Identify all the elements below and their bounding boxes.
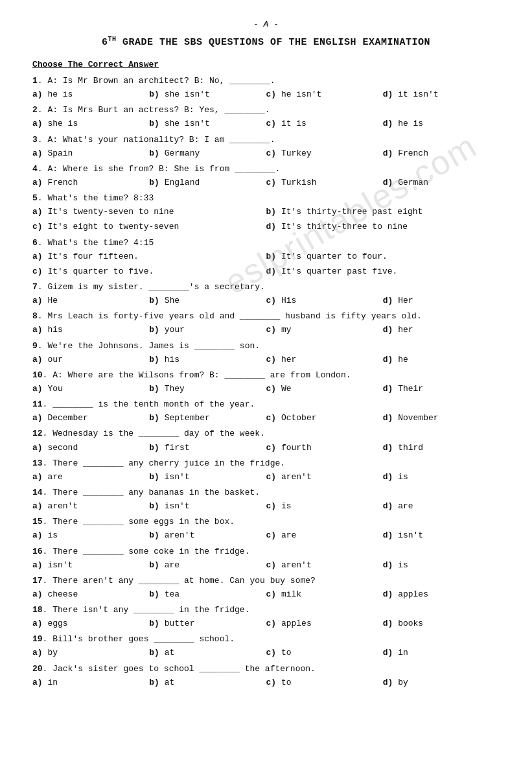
answer-row-11: a) Decemberb) Septemberc) Octoberd) Nove… (32, 412, 500, 425)
section-heading: Choose The Correct Answer (32, 60, 500, 69)
answer-12-b: b) first (149, 442, 266, 455)
answer-row-3: a) Spainb) Germanyc) Turkeyd) French (32, 147, 500, 160)
answer-14-b: b) isn't (149, 500, 266, 513)
question-2: 2. A: Is Mrs Burt an actress? B: Yes, __… (32, 104, 500, 130)
answer-row-16: a) isn'tb) arec) aren'td) is (32, 559, 500, 572)
answer-12-c: c) fourth (266, 442, 383, 455)
question-18: 18. There isn't any ________ in the frid… (32, 604, 500, 630)
answer-5-d: d) It's thirty-three to nine (266, 220, 500, 233)
answer-3-a: a) Spain (32, 147, 149, 160)
question-15: 15. There ________ some eggs in the box.… (32, 515, 500, 542)
answer-5-b: b) It's thirty-three past eight (266, 206, 500, 219)
answer-18-a: a) eggs (32, 617, 149, 630)
answer-8-c: c) my (266, 324, 383, 337)
answer-13-a: a) are (32, 471, 149, 484)
question-stem-9: 9. We're the Johnsons. James is ________… (32, 340, 500, 353)
answer-6-c: c) It's quarter to five. (32, 265, 266, 278)
answer-1-a: a) he is (32, 88, 149, 101)
answer-11-c: c) October (266, 412, 383, 425)
question-stem-6: 6. What's the time? 4:15 (32, 237, 500, 250)
answer-3-d: d) French (383, 147, 500, 160)
answer-7-b: b) She (149, 294, 266, 307)
question-9: 9. We're the Johnsons. James is ________… (32, 340, 500, 366)
answer-16-d: d) is (383, 559, 500, 572)
question-stem-7: 7. Gizem is my sister. ________'s a secr… (32, 281, 500, 294)
answer-18-b: b) butter (149, 617, 266, 630)
answer-row-5-2: c) It's eight to twenty-sevend) It's thi… (32, 220, 500, 233)
answer-2-c: c) it is (266, 117, 383, 130)
answer-12-d: d) third (383, 442, 500, 455)
question-5: 5. What's the time? 8:33a) It's twenty-s… (32, 192, 500, 233)
answer-10-a: a) You (32, 383, 149, 396)
answer-19-a: a) by (32, 646, 149, 659)
answer-row-4: a) Frenchb) Englandc) Turkishd) German (32, 176, 500, 189)
answer-row-17: a) cheeseb) teac) milkd) apples (32, 588, 500, 601)
question-1: 1. A: Is Mr Brown an architect? B: No, _… (32, 75, 500, 101)
answer-row-20: a) inb) atc) tod) by (32, 676, 500, 689)
answer-row-19: a) byb) atc) tod) in (32, 646, 500, 659)
answer-row-2: a) she isb) she isn'tc) it isd) he is (32, 117, 500, 130)
answer-7-c: c) His (266, 294, 383, 307)
answer-2-a: a) she is (32, 117, 149, 130)
answer-row-6-1: a) It's four fifteen.b) It's quarter to … (32, 250, 500, 263)
answer-11-d: d) November (383, 412, 500, 425)
answer-11-a: a) December (32, 412, 149, 425)
answer-10-b: b) They (149, 383, 266, 396)
question-13: 13. There ________ any cherry juice in t… (32, 457, 500, 484)
answer-15-a: a) is (32, 529, 149, 542)
answer-2-d: d) he is (383, 117, 500, 130)
answer-row-1: a) he isb) she isn'tc) he isn'td) it isn… (32, 88, 500, 101)
answer-20-b: b) at (149, 676, 266, 689)
question-14: 14. There ________ any bananas in the ba… (32, 486, 500, 513)
answer-6-b: b) It's quarter to four. (266, 250, 500, 263)
answer-8-d: d) her (383, 324, 500, 337)
question-stem-20: 20. Jack's sister goes to school _______… (32, 663, 500, 676)
answer-20-a: a) in (32, 676, 149, 689)
answer-4-d: d) German (383, 176, 500, 189)
answer-row-7: a) Heb) Shec) Hisd) Her (32, 294, 500, 307)
question-stem-4: 4. A: Where is she from? B: She is from … (32, 163, 500, 176)
question-4: 4. A: Where is she from? B: She is from … (32, 163, 500, 189)
answer-5-a: a) It's twenty-seven to nine (32, 206, 266, 219)
answer-15-d: d) isn't (383, 529, 500, 542)
question-stem-19: 19. Bill's brother goes ________ school. (32, 633, 500, 646)
answer-6-d: d) It's quarter past five. (266, 265, 500, 278)
question-11: 11. ________ is the tenth month of the y… (32, 398, 500, 425)
answer-9-d: d) he (383, 353, 500, 366)
answer-13-d: d) is (383, 471, 500, 484)
page-title: 6TH GRADE THE SBS QUESTIONS OF THE ENGLI… (32, 36, 500, 48)
answer-10-c: c) We (266, 383, 383, 396)
answer-9-a: a) our (32, 353, 149, 366)
answer-7-d: d) Her (383, 294, 500, 307)
question-stem-13: 13. There ________ any cherry juice in t… (32, 457, 500, 470)
answer-14-a: a) aren't (32, 500, 149, 513)
answer-17-a: a) cheese (32, 588, 149, 601)
question-10: 10. A: Where are the Wilsons from? B: __… (32, 369, 500, 396)
answer-8-b: b) your (149, 324, 266, 337)
question-16: 16. There ________ some coke in the frid… (32, 545, 500, 572)
answer-17-d: d) apples (383, 588, 500, 601)
question-stem-14: 14. There ________ any bananas in the ba… (32, 486, 500, 499)
answer-9-b: b) his (149, 353, 266, 366)
answer-20-c: c) to (266, 676, 383, 689)
answer-4-c: c) Turkish (266, 176, 383, 189)
answer-row-13: a) areb) isn'tc) aren'td) is (32, 471, 500, 484)
answer-8-a: a) his (32, 324, 149, 337)
question-12: 12. Wednesday is the ________ day of the… (32, 427, 500, 454)
answer-4-a: a) French (32, 176, 149, 189)
answer-4-b: b) England (149, 176, 266, 189)
answer-20-d: d) by (383, 676, 500, 689)
answer-3-c: c) Turkey (266, 147, 383, 160)
question-stem-1: 1. A: Is Mr Brown an architect? B: No, _… (32, 75, 500, 88)
answer-row-9: a) ourb) hisc) herd) he (32, 353, 500, 366)
answer-14-c: c) is (266, 500, 383, 513)
question-3: 3. A: What's your nationality? B: I am _… (32, 134, 500, 160)
grade-sup: TH (108, 36, 116, 43)
answer-3-b: b) Germany (149, 147, 266, 160)
question-6: 6. What's the time? 4:15a) It's four fif… (32, 237, 500, 278)
answer-16-a: a) isn't (32, 559, 149, 572)
question-stem-3: 3. A: What's your nationality? B: I am _… (32, 134, 500, 147)
question-stem-5: 5. What's the time? 8:33 (32, 192, 500, 205)
question-stem-2: 2. A: Is Mrs Burt an actress? B: Yes, __… (32, 104, 500, 117)
answer-row-10: a) Youb) Theyc) Wed) Their (32, 383, 500, 396)
